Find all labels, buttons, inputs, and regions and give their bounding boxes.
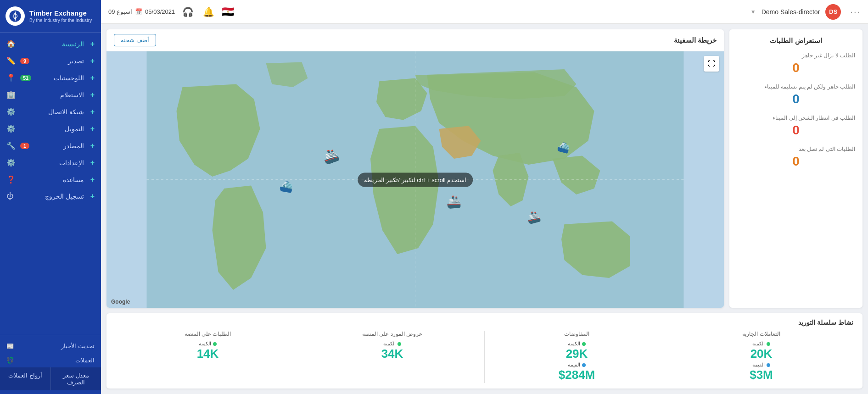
body-area: استعراض الطلبات الطلب لا يزال غير جاهز 0… — [101, 24, 868, 394]
sidebar-item-help[interactable]: + مساعدة ❓ — [0, 171, 101, 188]
sidebar-nav: + الرئيسية 🏠 + تصدير 9 ✏️ + اللوجستيات 5… — [0, 33, 101, 335]
currency-pairs-button[interactable]: أزواج العملات — [0, 367, 51, 390]
svg-point-1 — [14, 15, 17, 18]
brand-header: Timber Exchange By the Industry for the … — [0, 0, 101, 33]
plus-icon-finance: + — [90, 125, 95, 133]
sidebar-item-inquiry[interactable]: + الاستعلام 🏢 — [0, 86, 101, 103]
nav-icon-logistics: 📍 — [6, 73, 16, 82]
brand-subtitle: By the Industry for the Industry — [29, 17, 92, 23]
date-display: 05/03/2021 📅 اسبوع 09 — [108, 8, 175, 15]
nav-icon-export: ✏️ — [6, 56, 16, 65]
sidebar-item-logout[interactable]: + تسجيل الخروج ⏻ — [0, 188, 101, 205]
user-name: Demo Sales-director — [762, 8, 820, 16]
ship-icon-3: 🚢 — [445, 194, 461, 210]
stat-value-1-1: $284M — [492, 368, 661, 382]
stat-value-1-0: 29K — [492, 347, 661, 361]
order-stat-2: الطلب في انتظار الشحن إلى الميناء 0 — [737, 115, 855, 138]
supply-chain-panel: نشاط سلسلة التوريد التعاملات الجاريه الك… — [106, 313, 862, 388]
avatar: DS — [825, 4, 841, 20]
orders-stats: الطلب لا يزال غير جاهز 0 الطلب جاهز ولكن… — [737, 52, 855, 169]
order-stat-label-1: الطلب جاهز ولكن لم يتم تسليمه للميناء — [737, 83, 855, 90]
sidebar-item-currencies[interactable]: 💱 العملات — [0, 353, 101, 367]
nav-label-export: تصدير — [34, 57, 84, 65]
map-container[interactable]: 🚢 ⛴️ 🚢 ⛴️ 🚢 استخدم ctrl + scroll لتكبير … — [106, 51, 724, 308]
nav-label-sources: المصادر — [34, 142, 84, 150]
headset-icon[interactable]: 🎧 — [180, 5, 196, 19]
plus-icon-logout: + — [90, 192, 95, 200]
stat-group-title-3: الطلبات على المنصه — [123, 331, 292, 337]
map-overlay-hint: استخدم ctrl + scroll لتكبير /تكبير الخري… — [358, 172, 473, 187]
order-stat-0: الطلب لا يزال غير جاهز 0 — [737, 52, 855, 75]
sidebar-item-export[interactable]: + تصدير 9 ✏️ — [0, 52, 101, 69]
orders-panel-title: استعراض الطلبات — [737, 37, 855, 45]
order-stat-1: الطلب جاهز ولكن لم يتم تسليمه للميناء 0 — [737, 83, 855, 106]
sidebar-item-news[interactable]: 📰 تحديث الأخبار — [0, 339, 101, 353]
nav-icon-settings: ⚙️ — [6, 158, 16, 167]
stat-item-2-0: الكميه 34K — [308, 341, 477, 361]
footer-bottom-bar: معدل سعر الصرف أزواج العملات — [0, 367, 101, 390]
stat-label-0-1: القيمه — [677, 362, 846, 368]
google-watermark: Google — [111, 299, 130, 305]
sidebar-footer: 📰 تحديث الأخبار 💱 العملات معدل سعر الصرف… — [0, 335, 101, 394]
stat-item-0-0: الكميه 20K — [677, 341, 846, 361]
sidebar: Timber Exchange By the Industry for the … — [0, 0, 101, 394]
stats-grid: التعاملات الجاريه الكميه 20K القيمه $3M … — [116, 331, 853, 383]
brand-logo — [6, 6, 25, 26]
stat-value-0-0: 20K — [677, 347, 846, 361]
order-stat-label-0: الطلب لا يزال غير جاهز — [737, 52, 855, 59]
brand-title: Timber Exchange — [29, 9, 92, 18]
plus-icon-logistics: + — [90, 74, 95, 82]
exchange-rate-button[interactable]: معدل سعر الصرف — [51, 367, 101, 390]
nav-icon-inquiry: 🏢 — [6, 90, 16, 99]
stat-group-title-0: التعاملات الجاريه — [677, 331, 846, 337]
top-row: استعراض الطلبات الطلب لا يزال غير جاهز 0… — [106, 29, 862, 308]
brand-text: Timber Exchange By the Industry for the … — [29, 9, 92, 24]
nav-badge-sources: 1 — [20, 143, 29, 149]
stat-dot-2-0 — [398, 342, 401, 346]
map-expand-button[interactable]: ⛶ — [704, 56, 719, 72]
plus-icon-inquiry: + — [90, 91, 95, 99]
supply-chain-title: نشاط سلسلة التوريد — [116, 319, 853, 326]
order-stat-value-1: 0 — [737, 92, 855, 106]
stat-group-2: عروض المورد على المنصه الكميه 34K — [300, 331, 484, 383]
orders-panel: استعراض الطلبات الطلب لا يزال غير جاهز 0… — [729, 29, 862, 308]
plus-icon-help: + — [90, 176, 95, 184]
nav-icon-network: ⚙️ — [6, 107, 16, 116]
sidebar-item-sources[interactable]: + المصادر 1 🔧 — [0, 137, 101, 154]
stat-group-title-2: عروض المورد على المنصه — [308, 331, 477, 337]
plus-icon-network: + — [90, 108, 95, 116]
country-flag: 🇪🇬 — [222, 6, 234, 18]
stat-value-3-0: 14K — [123, 347, 292, 361]
notification-icon[interactable]: 🔔 — [201, 5, 216, 19]
order-stat-label-3: الطلبات التي لم تصل بعد — [737, 146, 855, 152]
stat-item-1-1: القيمه $284M — [492, 362, 661, 382]
plus-icon-export: + — [90, 57, 95, 65]
main-content: ··· DS Demo Sales-director ▼ 🇪🇬 🔔 🎧 05/0… — [101, 0, 868, 394]
stat-label-0-0: الكميه — [677, 341, 846, 347]
nav-label-settings: الإعدادات — [20, 159, 84, 166]
stat-dot-0-0 — [767, 342, 770, 346]
sidebar-item-home[interactable]: + الرئيسية 🏠 — [0, 35, 101, 52]
stat-group-0: التعاملات الجاريه الكميه 20K القيمه $3M — [669, 331, 853, 383]
sidebar-item-network[interactable]: + شبكة الاتصال ⚙️ — [0, 103, 101, 120]
nav-icon-sources: 🔧 — [6, 141, 16, 150]
nav-label-finance: التمويل — [20, 125, 84, 133]
stat-item-1-0: الكميه 29K — [492, 341, 661, 361]
sidebar-item-finance[interactable]: + التمويل ⚙️ — [0, 120, 101, 137]
user-dropdown-arrow[interactable]: ▼ — [750, 9, 756, 15]
stat-group-title-1: المفاوضات — [492, 331, 661, 337]
add-shipment-button[interactable]: أضف شحنه — [114, 34, 156, 46]
plus-icon-home: + — [90, 40, 95, 48]
stat-label-1-0: الكميه — [492, 341, 661, 347]
order-stat-label-2: الطلب في انتظار الشحن إلى الميناء — [737, 115, 855, 121]
nav-label-home: الرئيسية — [20, 40, 84, 48]
nav-label-network: شبكة الاتصال — [20, 108, 84, 116]
stat-dot-0-1 — [767, 363, 770, 367]
sidebar-item-logistics[interactable]: + اللوجستيات 51 📍 — [0, 69, 101, 86]
sidebar-item-settings[interactable]: + الإعدادات ⚙️ — [0, 154, 101, 171]
order-stat-value-3: 0 — [737, 154, 855, 169]
nav-label-logout: تسجيل الخروج — [18, 193, 84, 200]
stat-value-2-0: 34K — [308, 347, 477, 361]
menu-dots[interactable]: ··· — [850, 6, 861, 17]
topbar: ··· DS Demo Sales-director ▼ 🇪🇬 🔔 🎧 05/0… — [101, 0, 868, 24]
